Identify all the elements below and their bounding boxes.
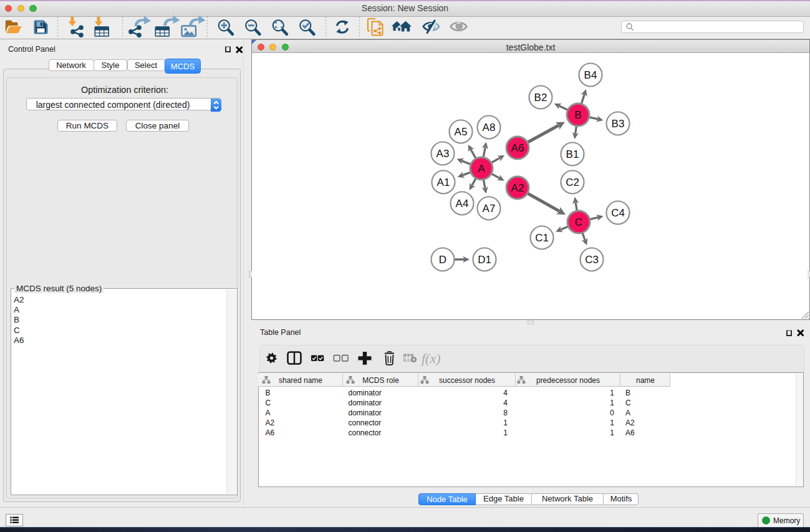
- svg-text:A3: A3: [436, 148, 450, 160]
- svg-text:B3: B3: [612, 118, 625, 130]
- svg-text:A7: A7: [483, 203, 496, 215]
- svg-text:B2: B2: [534, 92, 547, 104]
- svg-text:A5: A5: [455, 126, 468, 138]
- svg-text:A4: A4: [456, 198, 469, 210]
- svg-text:C2: C2: [566, 177, 579, 188]
- svg-text:D: D: [439, 254, 446, 266]
- svg-text:D1: D1: [478, 254, 491, 266]
- svg-text:A: A: [478, 163, 485, 175]
- svg-text:A6: A6: [511, 142, 524, 154]
- svg-text:A1: A1: [437, 177, 450, 188]
- svg-text:B4: B4: [584, 69, 597, 81]
- svg-text:A8: A8: [483, 122, 496, 133]
- svg-text:f(x): f(x): [422, 351, 441, 366]
- svg-text:B: B: [574, 109, 581, 121]
- svg-text:C: C: [575, 216, 582, 228]
- svg-text:C4: C4: [611, 207, 625, 219]
- svg-text:B1: B1: [566, 148, 579, 160]
- svg-text:A2: A2: [511, 182, 524, 194]
- svg-text:C3: C3: [585, 254, 599, 266]
- svg-text:C1: C1: [535, 232, 549, 244]
